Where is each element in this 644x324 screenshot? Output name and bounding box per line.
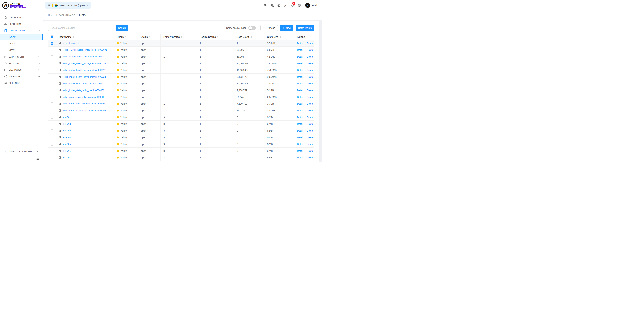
column-header-replica-shards[interactable]: Replica Shards (197, 34, 234, 40)
delete-link[interactable]: Delete (307, 55, 314, 58)
row-checkbox[interactable] (51, 136, 54, 139)
index-name-link[interactable]: rollup_index_health_.infini_metrics-0000… (62, 76, 106, 78)
sidebar-item-inventory[interactable]: INVENTORY (0, 73, 43, 80)
index-name-link[interactable]: test-006 (62, 150, 71, 152)
row-checkbox[interactable] (51, 102, 54, 105)
sidebar-item-alerting[interactable]: ALERTING (0, 60, 43, 66)
index-name-link[interactable]: rollup_index_health_.infini_metrics-0000… (62, 62, 106, 64)
detail-link[interactable]: Detail (297, 109, 303, 112)
new-button[interactable]: New (280, 25, 294, 31)
index-name-link[interactable]: rollup_index_health_.infini_metrics-0000… (62, 69, 106, 71)
brand-logo[interactable]: N INFINI Console /// (0, 0, 43, 11)
detail-link[interactable]: Detail (297, 129, 303, 132)
detail-link[interactable]: Detail (297, 42, 303, 44)
refresh-button[interactable]: Refresh (260, 25, 278, 31)
index-name-link[interactable]: rollup_index_stats_.infini_metrics-00000… (62, 82, 104, 85)
sidebar-item-settings[interactable]: SETTINGS (0, 80, 43, 86)
row-checkbox[interactable] (51, 129, 54, 132)
column-header-index-name[interactable]: Index Name (56, 34, 114, 40)
index-name-link[interactable]: test-007 (62, 156, 71, 159)
delete-link[interactable]: Delete (307, 123, 314, 125)
batch-delete-button[interactable]: Batch Delete (296, 25, 314, 31)
row-checkbox[interactable] (51, 62, 54, 65)
delete-link[interactable]: Delete (307, 89, 314, 92)
sidebar-item-alias[interactable]: ALIAS (0, 40, 43, 47)
index-name-link[interactable]: test-003 (62, 129, 71, 132)
select-all-checkbox[interactable] (51, 36, 54, 38)
row-checkbox[interactable] (51, 89, 54, 92)
detail-link[interactable]: Detail (297, 69, 303, 72)
detail-link[interactable]: Detail (297, 102, 303, 105)
index-name-link[interactable]: test-001 (62, 116, 71, 118)
index-name-link[interactable]: rollup_node_stats_.infini_metrics-000001 (62, 96, 104, 98)
index-name-link[interactable]: test-005 (62, 143, 71, 145)
row-checkbox[interactable] (51, 48, 54, 51)
row-checkbox[interactable] (51, 69, 54, 72)
cluster-selector[interactable]: INFINI_SYSTEM (Apex) (45, 2, 91, 9)
index-name-link[interactable]: rollup_index_stats_.infini_metrics-00000… (62, 89, 104, 92)
column-header-status[interactable]: Status (138, 34, 160, 40)
index-name-link[interactable]: rollup_shard_stats_state_.infini_metrics… (62, 109, 108, 112)
sidebar-item-data-insight[interactable]: DATA INSIGHT (0, 54, 43, 60)
index-name-link[interactable]: test-004 (62, 136, 71, 138)
discord-icon[interactable] (263, 4, 267, 7)
delete-link[interactable]: Delete (307, 136, 314, 139)
console-terminal-icon[interactable] (277, 4, 280, 7)
row-checkbox[interactable] (51, 42, 54, 44)
sidebar-item-index[interactable]: INDEX (0, 34, 43, 40)
column-header-health[interactable]: Health (114, 34, 138, 40)
detail-link[interactable]: Detail (297, 82, 303, 85)
delete-link[interactable]: Delete (307, 143, 314, 146)
detail-link[interactable]: Detail (297, 136, 303, 139)
breadcrumb-section[interactable]: DATA MANAGE (58, 14, 75, 17)
breadcrumb-home[interactable]: Home (48, 14, 54, 17)
detail-link[interactable]: Detail (297, 48, 303, 51)
help-icon[interactable]: ? (284, 4, 287, 7)
sidebar-item-data-manage[interactable]: DATA MANAGE (0, 27, 43, 34)
row-checkbox[interactable] (51, 55, 54, 58)
detail-link[interactable]: Detail (297, 156, 303, 159)
delete-link[interactable]: Delete (307, 156, 314, 159)
notifications-button[interactable]: 8 (291, 4, 294, 7)
language-globe-icon[interactable] (298, 4, 301, 7)
special-index-toggle[interactable] (248, 26, 256, 30)
sidebar-item-overview[interactable]: OVERVIEW (0, 14, 43, 21)
detail-link[interactable]: Detail (297, 143, 303, 146)
menu-fold-icon[interactable] (36, 157, 39, 160)
index-name-link[interactable]: rollup_shard_stats_metrics_.infini_metri… (62, 102, 108, 105)
row-checkbox[interactable] (51, 109, 54, 112)
row-checkbox[interactable] (51, 76, 54, 78)
column-header-store-size[interactable]: Store Size (264, 34, 294, 40)
row-checkbox[interactable] (51, 143, 54, 146)
avatar[interactable]: N (305, 3, 310, 8)
delete-link[interactable]: Delete (307, 116, 314, 118)
detail-link[interactable]: Detail (297, 150, 303, 152)
detail-link[interactable]: Detail (297, 55, 303, 58)
sidebar-item-view[interactable]: VIEW (0, 47, 43, 54)
detail-link[interactable]: Detail (297, 76, 303, 78)
delete-link[interactable]: Delete (307, 102, 314, 105)
about-link[interactable]: About (1.29.3_NIGHTLY) (0, 148, 43, 155)
delete-link[interactable]: Delete (307, 69, 314, 72)
search-button[interactable]: Search (116, 25, 128, 31)
delete-link[interactable]: Delete (307, 96, 314, 98)
row-checkbox[interactable] (51, 150, 54, 152)
row-checkbox[interactable] (51, 156, 54, 159)
search-input[interactable] (48, 25, 116, 31)
detail-link[interactable]: Detail (297, 62, 303, 65)
index-name-link[interactable]: rollup_cluster_health_.infini_metrics-00… (62, 48, 107, 51)
index-name-link[interactable]: coco_document (62, 42, 78, 44)
sidebar-item-dev-tools[interactable]: DEV TOOLS (0, 66, 43, 73)
column-header-docs-count[interactable]: Docs Count (234, 34, 264, 40)
delete-link[interactable]: Delete (307, 42, 314, 44)
delete-link[interactable]: Delete (307, 62, 314, 65)
detail-link[interactable]: Detail (297, 96, 303, 98)
index-name-link[interactable]: rollup_cluster_stats_.infini_metrics-000… (62, 55, 106, 58)
delete-link[interactable]: Delete (307, 129, 314, 132)
sidebar-item-platform[interactable]: PLATFORM (0, 21, 43, 27)
delete-link[interactable]: Delete (307, 109, 314, 112)
delete-link[interactable]: Delete (307, 76, 314, 78)
detail-link[interactable]: Detail (297, 123, 303, 125)
delete-link[interactable]: Delete (307, 150, 314, 152)
delete-link[interactable]: Delete (307, 82, 314, 85)
